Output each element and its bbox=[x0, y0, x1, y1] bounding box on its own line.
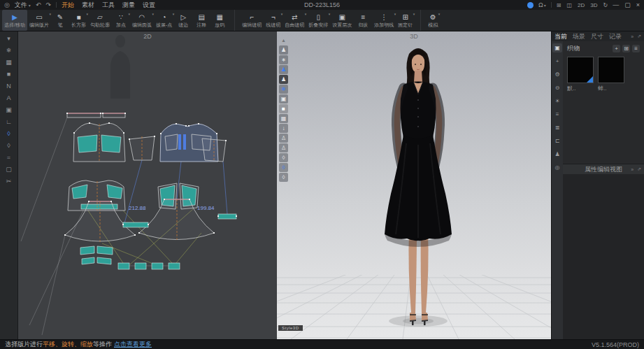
skeleton-icon[interactable]: ∗ bbox=[279, 55, 288, 64]
toolbar-tool[interactable]: ▭ 编辑版片 bbox=[27, 10, 51, 31]
ruler-icon[interactable]: ∟ bbox=[3, 115, 15, 127]
view-2d-button[interactable]: 2D bbox=[578, 2, 585, 8]
viewport-3d[interactable]: 3D ▴♟∗♟♟❄▣■▦↓♙♙◊◊◊ Style3D bbox=[277, 31, 551, 339]
toolbar-tool[interactable]: ✎ 笔 bbox=[51, 10, 69, 31]
avatar-show-icon[interactable]: ♟ bbox=[279, 65, 288, 74]
menu-item[interactable]: 工具 bbox=[102, 1, 115, 10]
pattern-piece-cuffs[interactable] bbox=[80, 246, 180, 269]
user-avatar[interactable] bbox=[527, 2, 534, 8]
garment-off-icon[interactable]: ◊ bbox=[3, 139, 15, 151]
toolbar-tool[interactable]: ⚙ 模拟 bbox=[420, 10, 440, 31]
fabric-swatch[interactable]: 默.. bbox=[567, 57, 594, 92]
app-logo-icon[interactable]: ◎ bbox=[4, 1, 10, 8]
fabric-swatch[interactable]: 蚌.. bbox=[598, 57, 624, 92]
pose-icon[interactable]: ♙ bbox=[279, 134, 288, 143]
expand-icon[interactable]: » bbox=[631, 167, 634, 172]
box-bright-icon[interactable]: ■ bbox=[279, 104, 288, 113]
collapse-icon[interactable]: ▾ bbox=[3, 32, 15, 44]
garment2-icon[interactable]: ◊ bbox=[279, 173, 288, 182]
grid-view-button[interactable]: ⊞ bbox=[622, 45, 630, 52]
toolbar-tool[interactable]: ⇄ 自由缝纫 bbox=[282, 10, 306, 31]
menu-item[interactable]: 开始 bbox=[62, 1, 74, 10]
arrow-down-icon[interactable]: ↓ bbox=[279, 124, 288, 133]
grid-icon[interactable]: ▦ bbox=[279, 114, 288, 123]
gear-icon[interactable]: ⚙ bbox=[552, 70, 562, 79]
menu-item[interactable]: 素材 bbox=[82, 1, 94, 10]
toolbar-tool[interactable]: ∵ 加点 bbox=[112, 10, 130, 31]
maximize-button[interactable]: ▢ bbox=[624, 1, 631, 8]
toolbar-tool[interactable]: ▯ 折叠安排 bbox=[306, 10, 330, 31]
property-editor-bar[interactable]: 属性编辑视图 » ⇗ bbox=[563, 164, 644, 174]
grid-icon[interactable]: ▦ bbox=[3, 56, 15, 68]
list-view-button[interactable]: ≡ bbox=[632, 45, 640, 52]
avatar-hide-icon[interactable]: ♟ bbox=[279, 75, 288, 84]
fabric-thumbnail[interactable] bbox=[598, 57, 624, 83]
toolbar-tool[interactable]: ≡ 归拔 bbox=[354, 10, 372, 31]
menu-item[interactable]: 设置 bbox=[143, 1, 155, 10]
move-icon[interactable]: + bbox=[552, 57, 562, 66]
panel-tab[interactable]: 尺寸 bbox=[591, 32, 603, 41]
toolbar-tool[interactable]: ◠ 编辑圆弧 bbox=[130, 10, 154, 31]
swatch-icon[interactable]: ■ bbox=[3, 68, 15, 80]
toolbar-tool[interactable]: ▱ 勾勒轮廓 bbox=[88, 10, 112, 31]
toolbar-tool[interactable]: ⋮ 添加明线 bbox=[372, 10, 396, 31]
viewport-2d[interactable]: 2D 212.88 199.84 bbox=[18, 31, 277, 339]
toolbar-tool[interactable]: ▤ 注释 bbox=[192, 10, 210, 31]
garment-active-icon[interactable]: ◊ bbox=[279, 163, 288, 172]
list2-icon[interactable]: ≣ bbox=[552, 123, 562, 132]
paper-icon[interactable]: ▢ bbox=[3, 163, 15, 175]
list-icon[interactable]: ≡ bbox=[552, 110, 562, 119]
cut-icon[interactable]: ✂ bbox=[3, 175, 15, 187]
display-icon[interactable]: ▣ bbox=[552, 43, 562, 52]
texture-icon[interactable]: ▣ bbox=[3, 104, 15, 115]
annotate-icon[interactable]: A bbox=[3, 92, 15, 104]
garment-icon[interactable]: ◊ bbox=[279, 153, 288, 162]
garment-on-icon[interactable]: ◊ bbox=[3, 127, 15, 139]
fabric-thumbnail[interactable] bbox=[567, 57, 594, 83]
snap-icon[interactable]: ❄ bbox=[3, 44, 15, 56]
light-icon[interactable]: ☀ bbox=[552, 97, 562, 106]
avatar-icon[interactable]: ♟ bbox=[279, 45, 288, 55]
notifications-icon[interactable]: Ω ▾ bbox=[538, 1, 546, 8]
frame-icon[interactable]: ⊏ bbox=[552, 136, 562, 145]
toolbar-tool[interactable]: ■ 长方形 bbox=[69, 10, 88, 31]
popout-icon[interactable]: ⇗ bbox=[637, 34, 641, 39]
undo-icon[interactable]: ↶ bbox=[36, 1, 41, 8]
notch-icon[interactable]: N bbox=[3, 80, 15, 92]
pin-mode-icon[interactable]: ❄ bbox=[279, 85, 288, 94]
layout-split-icon[interactable]: ◫ bbox=[566, 2, 572, 8]
toolbar-tool[interactable]: ¬ 线缝纫 bbox=[264, 10, 282, 31]
menu-file[interactable]: 文件 ▾ bbox=[15, 1, 31, 10]
toolbar-tool[interactable]: ▦ 放码 bbox=[210, 10, 229, 31]
person-icon[interactable]: ♟ bbox=[552, 150, 562, 159]
mannequin-icon[interactable]: ♙ bbox=[279, 143, 288, 152]
pattern-piece-waistband[interactable] bbox=[67, 113, 125, 117]
toolbar-tool[interactable]: ⌐ 编辑缝纫 bbox=[234, 10, 264, 31]
slider-icon[interactable]: ⊖ bbox=[552, 83, 562, 92]
toolbar-tool[interactable]: ▣ 设置层次 bbox=[330, 10, 354, 31]
close-button[interactable]: × bbox=[636, 1, 640, 8]
box-icon[interactable]: ▣ bbox=[279, 94, 288, 104]
panel-tab[interactable]: 记录 bbox=[609, 32, 622, 41]
add-fabric-button[interactable]: + bbox=[613, 45, 620, 52]
minimize-button[interactable]: — bbox=[613, 1, 619, 8]
expand-icon[interactable]: » bbox=[631, 34, 634, 39]
panel-tab[interactable]: 当前 bbox=[554, 32, 567, 41]
seam-icon[interactable]: = bbox=[3, 151, 15, 163]
pattern-piece-sleeve[interactable] bbox=[202, 138, 226, 162]
helmet-icon[interactable]: ◎ bbox=[552, 163, 562, 172]
collapse-icon[interactable]: ▴ bbox=[279, 36, 288, 45]
menu-item[interactable]: 测量 bbox=[122, 1, 135, 10]
pattern-piece-bodice-front[interactable] bbox=[73, 123, 125, 162]
popout-icon[interactable]: ⇗ bbox=[637, 166, 641, 172]
view-3d-button[interactable]: 3D bbox=[590, 2, 597, 8]
layout-single-icon[interactable]: ⊞ bbox=[557, 2, 561, 8]
pattern-piece-sleeve[interactable] bbox=[129, 136, 155, 160]
toolbar-tool[interactable]: ◔ 披展-点 bbox=[154, 10, 174, 31]
panel-tab[interactable]: 场景 bbox=[573, 32, 585, 41]
toolbar-tool[interactable]: ▷ 缝边 bbox=[174, 10, 192, 31]
see-more-link[interactable]: 点击查看更多 bbox=[114, 340, 152, 349]
redo-icon[interactable]: ↷ bbox=[45, 1, 51, 8]
reset-view-icon[interactable]: ↻ bbox=[603, 2, 608, 8]
toolbar-tool[interactable]: ▶ 选择/移动 bbox=[2, 10, 27, 31]
